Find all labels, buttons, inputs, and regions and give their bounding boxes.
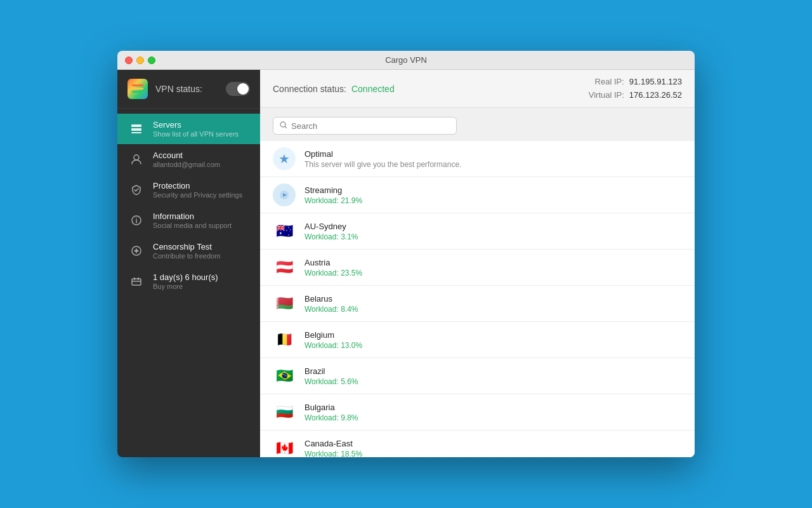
status-bar: Connection status: Connected Real IP: 91…: [260, 70, 695, 108]
server-name: Optimal: [304, 149, 461, 159]
censorship-subtitle: Contribute to freedom: [153, 252, 220, 260]
information-title: Information: [153, 211, 232, 221]
virtual-ip-row: Virtual IP: 176.123.26.52: [589, 89, 682, 102]
flag-icon: 🇦🇹: [273, 256, 296, 279]
server-workload: Workload: 13.0%: [304, 341, 362, 350]
vpn-status-label: VPN status:: [155, 84, 202, 94]
sidebar-item-censorship[interactable]: Censorship Test Contribute to freedom: [117, 236, 260, 266]
sidebar-nav: Servers Show list of all VPN servers Acc…: [117, 109, 260, 457]
list-item[interactable]: 🇧🇷 Brazil Workload: 5.6%: [260, 358, 695, 394]
sidebar-item-information[interactable]: Information Social media and support: [117, 205, 260, 236]
minimize-button[interactable]: [136, 57, 144, 64]
server-info: Austria Workload: 23.5%: [304, 258, 362, 277]
protection-nav-text: Protection Security and Privacy settings: [153, 181, 242, 199]
account-title: Account: [153, 150, 220, 160]
account-icon: [128, 150, 145, 168]
server-name: Canada-East: [304, 439, 362, 448]
server-name: Bulgaria: [304, 403, 358, 412]
svg-rect-2: [132, 91, 143, 93]
virtual-ip-label: Virtual IP:: [589, 89, 624, 102]
svg-rect-3: [131, 124, 141, 127]
servers-subtitle: Show list of all VPN servers: [153, 130, 239, 138]
information-icon: [128, 211, 145, 229]
connection-value: Connected: [351, 84, 395, 94]
sidebar-header: VPN status:: [117, 70, 260, 109]
servers-icon: [128, 120, 145, 138]
flag-icon: 🇧🇪: [273, 328, 296, 351]
app-logo: [128, 79, 148, 99]
svg-point-8: [136, 218, 137, 219]
titlebar: Cargo VPN: [117, 51, 695, 70]
server-info: Belgium Workload: 13.0%: [304, 330, 362, 350]
svg-rect-1: [132, 88, 143, 90]
servers-title: Servers: [153, 120, 239, 130]
svg-rect-11: [134, 277, 135, 280]
svg-rect-0: [132, 84, 143, 86]
server-info: Belarus Workload: 8.4%: [304, 294, 358, 314]
subscription-subtitle: Buy more: [153, 283, 218, 290]
server-name: Austria: [304, 258, 362, 267]
real-ip-value: 91.195.91.123: [629, 76, 682, 89]
main-content: VPN status: Ser: [117, 70, 695, 457]
sidebar: VPN status: Ser: [117, 70, 260, 457]
streaming-icon: [273, 184, 296, 206]
account-nav-text: Account allantodd@gmail.com: [153, 150, 220, 168]
close-button[interactable]: [125, 57, 133, 64]
server-name: Brazil: [304, 366, 358, 376]
sidebar-item-account[interactable]: Account allantodd@gmail.com: [117, 144, 260, 175]
toggle-knob: [237, 83, 249, 95]
real-ip-row: Real IP: 91.195.91.123: [589, 76, 682, 89]
svg-point-6: [134, 155, 139, 160]
traffic-lights: [125, 57, 155, 64]
list-item[interactable]: ★ Optimal This server will give you the …: [260, 141, 695, 177]
subscription-nav-text: 1 day(s) 6 hour(s) Buy more: [153, 272, 218, 290]
svg-rect-4: [131, 128, 141, 131]
search-container: [260, 108, 695, 141]
server-info: Streaming Workload: 21.9%: [304, 185, 362, 205]
maximize-button[interactable]: [148, 57, 155, 64]
real-ip-label: Real IP:: [595, 76, 624, 89]
search-icon: [280, 121, 287, 131]
flag-icon: 🇧🇾: [273, 292, 296, 315]
sidebar-item-protection[interactable]: Protection Security and Privacy settings: [117, 175, 260, 205]
server-name: Streaming: [304, 185, 362, 195]
server-name: Belgium: [304, 330, 362, 340]
account-subtitle: allantodd@gmail.com: [153, 161, 220, 168]
server-workload: Workload: 21.9%: [304, 196, 362, 205]
server-info: Optimal This server will give you the be…: [304, 149, 461, 169]
list-item[interactable]: 🇧🇪 Belgium Workload: 13.0%: [260, 322, 695, 358]
server-info: AU-Sydney Workload: 3.1%: [304, 222, 358, 241]
svg-rect-10: [132, 279, 141, 285]
vpn-toggle[interactable]: [226, 82, 250, 96]
optimal-icon: ★: [273, 147, 296, 170]
censorship-title: Censorship Test: [153, 242, 220, 251]
sidebar-item-subscription[interactable]: 1 day(s) 6 hour(s) Buy more: [117, 266, 260, 297]
server-workload: Workload: 8.4%: [304, 305, 358, 314]
app-window: Cargo VPN VPN status:: [117, 51, 695, 457]
server-list: ★ Optimal This server will give you the …: [260, 141, 695, 457]
subscription-title: 1 day(s) 6 hour(s): [153, 272, 218, 282]
server-name: Belarus: [304, 294, 358, 304]
ip-info: Real IP: 91.195.91.123 Virtual IP: 176.1…: [589, 76, 682, 102]
list-item[interactable]: 🇧🇾 Belarus Workload: 8.4%: [260, 286, 695, 322]
search-input[interactable]: [291, 121, 450, 131]
list-item[interactable]: 🇦🇺 AU-Sydney Workload: 3.1%: [260, 213, 695, 250]
protection-title: Protection: [153, 181, 242, 190]
virtual-ip-value: 176.123.26.52: [629, 89, 682, 102]
sidebar-item-servers[interactable]: Servers Show list of all VPN servers: [117, 114, 260, 144]
server-workload: Workload: 5.6%: [304, 377, 358, 386]
servers-nav-text: Servers Show list of all VPN servers: [153, 120, 239, 138]
svg-rect-12: [138, 277, 139, 280]
svg-rect-5: [131, 132, 141, 133]
list-item[interactable]: 🇧🇬 Bulgaria Workload: 9.8%: [260, 394, 695, 431]
flag-icon: 🇧🇷: [273, 364, 296, 387]
list-item[interactable]: 🇦🇹 Austria Workload: 23.5%: [260, 250, 695, 286]
list-item[interactable]: 🇨🇦 Canada-East Workload: 18.5%: [260, 431, 695, 457]
server-info: Brazil Workload: 5.6%: [304, 366, 358, 386]
protection-icon: [128, 181, 145, 199]
server-workload: Workload: 3.1%: [304, 232, 358, 241]
censorship-icon: [128, 242, 145, 260]
search-box[interactable]: [273, 117, 457, 135]
list-item[interactable]: Streaming Workload: 21.9%: [260, 177, 695, 213]
window-title: Cargo VPN: [385, 55, 427, 65]
